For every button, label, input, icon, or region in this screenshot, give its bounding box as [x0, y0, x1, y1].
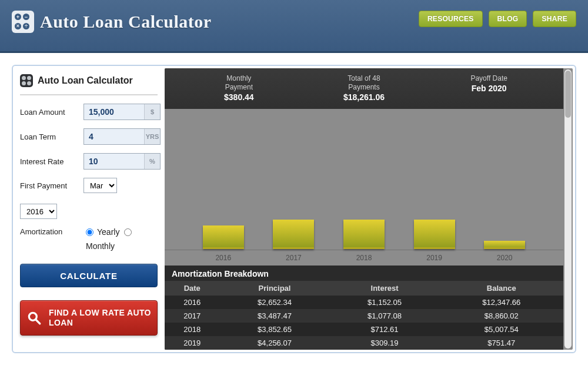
table-row: 2018$3,852.65$712.61$5,007.54 [165, 323, 563, 336]
interest-rate-unit: % [144, 154, 160, 169]
chart-year-label: 2018 [343, 254, 385, 262]
table-cell: $5,007.54 [440, 323, 563, 336]
amortization-yearly-radio[interactable] [86, 228, 93, 236]
interest-rate-row: Interest Rate % [20, 153, 158, 170]
chart-bar: 2018 [340, 220, 387, 249]
chart-bar: 2016 [200, 225, 247, 249]
bar-fill [414, 220, 455, 249]
first-payment-label: First Payment [20, 181, 80, 190]
amortization-monthly-label: Monthly [86, 241, 115, 251]
table-cell: $1,152.05 [330, 296, 440, 309]
loan-term-label: Loan Term [20, 132, 80, 141]
interest-rate-label: Interest Rate [20, 157, 80, 166]
bar-fill [203, 225, 244, 249]
loan-amount-row: Loan Amount $ [20, 104, 158, 120]
summary-total-label: Total of 48Payments [302, 74, 427, 92]
table-cell: 2017 [165, 309, 220, 323]
breakdown-title: Amortization Breakdown [165, 266, 563, 281]
chart-year-label: 2019 [414, 254, 455, 262]
svg-line-1 [36, 320, 40, 324]
table-header-cell: Interest [330, 281, 440, 296]
amortization-monthly-radio[interactable] [124, 228, 132, 236]
chart-bar: 2020 [481, 241, 528, 249]
table-header-row: DatePrincipalInterestBalance [165, 281, 563, 296]
results-column: MonthlyPayment $380.44 Total of 48Paymen… [165, 68, 573, 350]
summary-payoff-value: Feb 2020 [426, 84, 552, 93]
loan-term-input[interactable] [84, 129, 144, 144]
interest-rate-input[interactable] [84, 154, 144, 169]
panel-header: Auto Loan Calculator [20, 72, 158, 95]
loan-term-row: Loan Term YRS [20, 128, 158, 145]
table-header-cell: Principal [220, 281, 330, 296]
table-header-cell: Date [165, 281, 220, 296]
summary-total: Total of 48Payments $18,261.06 [302, 74, 427, 102]
chart-year-label: 2020 [484, 254, 525, 262]
page-title: Auto Loan Calculator [40, 12, 212, 32]
chart-bars: 20162017201820192020 [165, 161, 563, 249]
table-row: 2017$3,487.47$1,077.08$8,860.02 [165, 309, 563, 323]
amortization-chart: 20162017201820192020 [165, 109, 563, 266]
table-row: 2016$2,652.34$1,152.05$12,347.66 [165, 296, 563, 309]
summary-monthly: MonthlyPayment $380.44 [176, 74, 302, 102]
share-button[interactable]: SHARE [533, 11, 576, 27]
loan-amount-input[interactable] [84, 104, 144, 120]
loan-term-unit: YRS [144, 129, 160, 144]
bar-fill [484, 241, 525, 249]
table-cell: 2016 [165, 296, 220, 309]
loan-amount-label: Loan Amount [20, 108, 80, 117]
calculator-mini-icon [20, 74, 33, 87]
chart-axis [165, 250, 563, 250]
first-payment-row: First Payment Mar 2016 [20, 178, 158, 219]
table-cell: $3,852.65 [220, 323, 330, 336]
table-cell: $712.61 [330, 323, 440, 336]
scrollbar[interactable] [564, 69, 572, 349]
chart-bar: 2017 [270, 220, 318, 249]
first-payment-year-select[interactable]: 2016 [20, 204, 57, 219]
form-column: Auto Loan Calculator Loan Amount $ Loan … [15, 68, 162, 350]
table-cell: $8,860.02 [440, 309, 563, 323]
search-icon [26, 310, 42, 326]
table-header-cell: Balance [440, 281, 563, 296]
panel-title-text: Auto Loan Calculator [38, 75, 133, 86]
blog-button[interactable]: BLOG [489, 11, 527, 27]
calculate-button[interactable]: CALCULATE [20, 264, 158, 287]
table-cell: $309.19 [330, 336, 440, 350]
chart-year-label: 2016 [203, 254, 244, 262]
nav-buttons: RESOURCES BLOG SHARE [412, 11, 576, 27]
scrollbar-thumb[interactable] [565, 71, 571, 118]
summary-payoff: Payoff Date Feb 2020 [426, 74, 552, 102]
breakdown-section: Amortization Breakdown DatePrincipalInte… [165, 266, 563, 350]
find-loan-label: FIND A LOW RATE AUTO LOAN [49, 308, 151, 328]
amortization-label: Amortization [20, 227, 80, 236]
summary-total-value: $18,261.06 [302, 92, 427, 102]
table-cell: $751.47 [440, 336, 563, 350]
table-cell: 2019 [165, 336, 220, 350]
chart-bar: 2019 [411, 220, 458, 249]
table-row: 2019$4,256.07$309.19$751.47 [165, 336, 563, 350]
chart-year-label: 2017 [273, 254, 314, 262]
resources-button[interactable]: RESOURCES [419, 11, 483, 27]
table-cell: $1,077.08 [330, 309, 440, 323]
table-cell: $12,347.66 [440, 296, 563, 309]
table-cell: $2,652.34 [220, 296, 330, 309]
loan-amount-unit: $ [144, 104, 160, 120]
bar-fill [343, 220, 385, 249]
brand: +−×÷ Auto Loan Calculator [12, 11, 212, 33]
breakdown-table: DatePrincipalInterestBalance 2016$2,652.… [165, 281, 563, 350]
top-nav: +−×÷ Auto Loan Calculator RESOURCES BLOG… [0, 0, 588, 53]
bar-fill [273, 220, 314, 249]
summary-monthly-value: $380.44 [176, 92, 302, 102]
summary-monthly-label: MonthlyPayment [176, 74, 302, 92]
amortization-row: Amortization Yearly Monthly [20, 227, 158, 251]
table-cell: $3,487.47 [220, 309, 330, 323]
amortization-yearly-label: Yearly [97, 227, 119, 237]
summary-payoff-label: Payoff Date [426, 74, 552, 83]
calculator-icon: +−×÷ [12, 11, 34, 33]
summary-bar: MonthlyPayment $380.44 Total of 48Paymen… [165, 68, 563, 109]
calculator-panel: Auto Loan Calculator Loan Amount $ Loan … [12, 65, 576, 353]
table-cell: $4,256.07 [220, 336, 330, 350]
find-loan-button[interactable]: FIND A LOW RATE AUTO LOAN [20, 300, 158, 336]
first-payment-month-select[interactable]: Mar [83, 178, 117, 193]
table-cell: 2018 [165, 323, 220, 336]
